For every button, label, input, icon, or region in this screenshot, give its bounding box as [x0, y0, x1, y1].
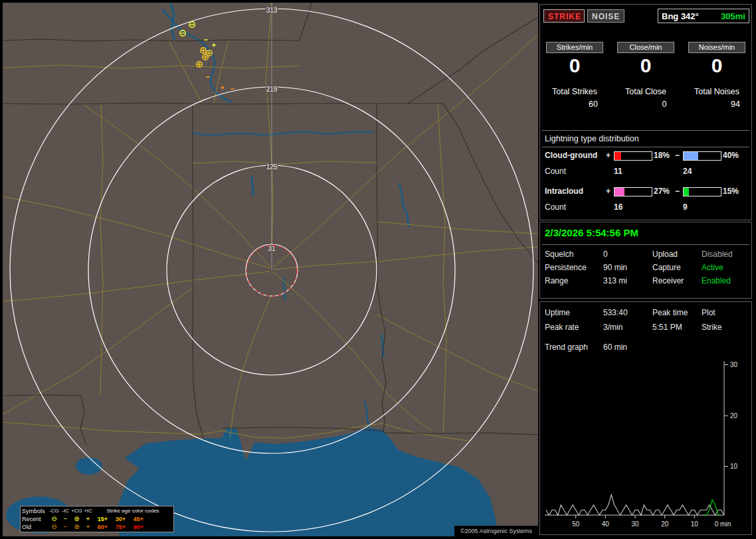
peak-rate-value: 3/min — [603, 323, 622, 332]
trend-series-strikes_per_min — [704, 500, 721, 515]
cg-positive-pct: 18% — [654, 151, 670, 160]
distribution-title: Lightning type distribution — [545, 134, 639, 143]
noise-indicator-button[interactable]: NOISE — [587, 9, 624, 23]
cg-negative-count: 24 — [683, 167, 692, 176]
legend-col-pos-ic: +IC — [82, 507, 94, 515]
status-panel: STRIKE NOISE Bng 342° 305mi Strikes/min … — [539, 4, 753, 535]
ring-label-125: 125 — [266, 163, 278, 171]
cg-positive-bar — [614, 151, 652, 161]
peak-rate-label: Peak rate — [545, 323, 579, 332]
x-tick-10: 10 — [691, 520, 699, 528]
cloud-ground-label: Cloud-ground — [545, 151, 597, 160]
plot-value: Strike — [702, 323, 722, 332]
pos-ic-old-icon: + — [82, 523, 94, 531]
map-legend: Symbols -CG -IC +CG +IC Strike age color… — [20, 506, 174, 532]
age-30: 30+ — [112, 515, 130, 523]
ic-positive-count: 16 — [614, 202, 622, 212]
copyright: ©2005 Astrogenic Systems — [454, 526, 538, 536]
trend-series-layer — [546, 495, 724, 515]
close-per-min-value: 0 — [611, 54, 681, 77]
y-tick-10: 10 — [730, 463, 738, 470]
uptime-row: Uptime 533:40 Peak time Plot — [545, 308, 748, 319]
total-strikes-label: Total Strikes — [539, 87, 610, 96]
squelch-row: Squelch 0 Upload Disabled — [545, 250, 748, 260]
intracloud-label: Intracloud — [545, 187, 583, 196]
ic-negative-bar — [683, 187, 721, 196]
trend-graph-row: Trend graph 60 min — [545, 343, 748, 353]
uptime-value: 533:40 — [603, 308, 628, 317]
squelch-label: Squelch — [545, 250, 573, 259]
cg-positive-count: 11 — [614, 167, 622, 176]
persistence-row: Persistence 90 min Capture Active — [545, 263, 748, 273]
x-tick-50: 50 — [572, 520, 580, 528]
ic-positive-bar — [614, 187, 652, 196]
cg-negative-bar-fill — [684, 152, 698, 160]
y-tick-20: 20 — [730, 412, 738, 420]
x-tick-40: 40 — [602, 520, 610, 528]
neg-ic-old-icon: − — [60, 523, 71, 531]
lightning-map[interactable]: 313 219 125 31 Symbols -CG -IC +CG +IC S… — [3, 3, 538, 536]
bearing-readout: Bng 342° 305mi — [658, 9, 749, 23]
persistence-value: 90 min — [603, 263, 627, 272]
squelch-value: 0 — [603, 250, 608, 259]
trend-graph: 30 20 10 50 40 30 20 10 0 min — [541, 356, 751, 532]
trend-window-value: 60 min — [603, 343, 627, 352]
legend-col-neg-cg: -CG — [48, 507, 60, 515]
minus-sign: − — [675, 187, 680, 196]
legend-symbols-header: Symbols — [22, 507, 48, 515]
count-label: Count — [545, 167, 566, 176]
map-canvas[interactable]: 313 219 125 31 — [3, 3, 538, 536]
separator — [542, 147, 749, 147]
plus-sign: + — [606, 151, 611, 160]
cg-negative-pct: 40% — [723, 151, 739, 160]
capture-status: Active — [702, 263, 723, 272]
ring-label-219: 219 — [266, 86, 278, 93]
trend-graph-label: Trend graph — [545, 343, 588, 352]
pos-ic-recent-icon: + — [82, 515, 94, 523]
legend-old-label: Old — [22, 523, 48, 531]
noises-per-min-button[interactable]: Noises/min — [688, 42, 745, 53]
ic-negative-count: 9 — [683, 202, 688, 212]
age-15: 15+ — [94, 515, 112, 523]
ring-label-313: 313 — [266, 7, 278, 14]
cg-positive-bar-fill — [614, 152, 621, 160]
ic-positive-pct: 27% — [654, 187, 670, 196]
cg-negative-bar — [683, 151, 721, 161]
persistence-label: Persistence — [545, 263, 587, 272]
range-row: Range 313 mi Receiver Enabled — [545, 276, 748, 287]
legend-header-row: Symbols -CG -IC +CG +IC Strike age color… — [22, 507, 172, 515]
plus-sign: + — [606, 187, 611, 196]
minus-sign: − — [675, 151, 680, 160]
ic-positive-bar-fill — [614, 188, 624, 196]
legend-col-pos-cg: +CG — [71, 507, 82, 515]
upload-status: Disabled — [702, 250, 733, 259]
pos-cg-old-icon: ⊕ — [71, 523, 82, 531]
cloud-ground-row: Cloud-ground + 18% − 40% — [545, 151, 748, 161]
legend-recent-label: Recent — [22, 515, 48, 523]
noises-per-min-value: 0 — [682, 54, 752, 77]
bearing-value: Bng 342° — [662, 11, 699, 21]
strikes-per-min-button[interactable]: Strikes/min — [546, 42, 603, 53]
cg-count-row: Count 11 24 — [545, 167, 748, 177]
age-75: 75+ — [112, 523, 130, 531]
close-per-min-button[interactable]: Close/min — [617, 42, 674, 53]
legend-age-header: Strike age color codes — [94, 507, 172, 515]
neg-cg-old-icon: ⊖ — [48, 523, 60, 531]
x-tick-20: 20 — [661, 520, 669, 528]
pos-cg-recent-icon: ⊕ — [71, 515, 82, 523]
neg-ic-recent-icon: − — [60, 515, 71, 523]
count-label: Count — [545, 202, 566, 212]
legend-recent-row: Recent ⊖ − ⊕ + 15+ 30+ 45+ — [22, 515, 172, 523]
bearing-distance: 305mi — [721, 11, 745, 21]
age-45: 45+ — [130, 515, 147, 523]
capture-label: Capture — [652, 263, 681, 272]
strike-indicator-button[interactable]: STRIKE — [543, 9, 585, 23]
app-window: 313 219 125 31 Symbols -CG -IC +CG +IC S… — [0, 0, 756, 539]
total-strikes-value: 60 — [558, 100, 628, 109]
legend-old-row: Old ⊖ − ⊕ + 60+ 75+ 90+ — [22, 523, 172, 531]
total-noises-label: Total Noises — [682, 87, 752, 96]
range-value: 313 mi — [603, 276, 627, 285]
total-noises-value: 94 — [700, 100, 756, 109]
age-60: 60+ — [94, 523, 112, 531]
peak-time-value: 5:51 PM — [652, 323, 682, 332]
